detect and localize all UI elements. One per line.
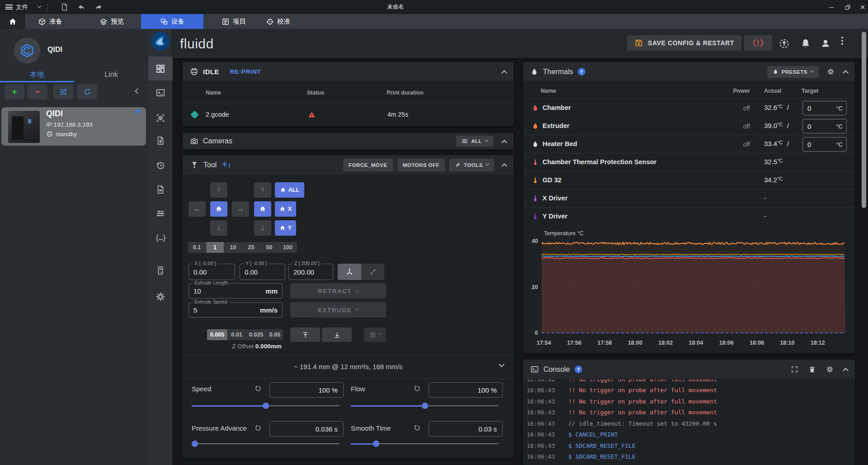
page-scrollbar[interactable]: [862, 32, 866, 208]
help-icon[interactable]: ?: [575, 365, 582, 373]
nav-tab-prepare[interactable]: 准备: [38, 14, 62, 29]
rail-gcode-preview[interactable]: [148, 108, 173, 128]
x-position-field[interactable]: X [ -0.00 ]0.00: [189, 264, 235, 280]
jog-x-minus[interactable]: ←: [189, 201, 206, 217]
jog-z-plus[interactable]: ↑: [254, 182, 271, 198]
zstep-0.025[interactable]: 0.025: [246, 329, 267, 340]
minimize-button[interactable]: ─: [825, 0, 838, 14]
gear-icon[interactable]: [827, 68, 835, 76]
close-button[interactable]: ✕: [856, 0, 868, 14]
rail-system[interactable]: [148, 261, 173, 280]
jog-y-plus[interactable]: ↑: [210, 182, 227, 198]
redo-icon[interactable]: [94, 3, 103, 12]
tab-local[interactable]: 本地: [0, 67, 74, 82]
collapse-panel-icon[interactable]: [843, 70, 849, 76]
zstep-0.005[interactable]: 0.005: [207, 329, 228, 340]
smooth-time-input[interactable]: 0.03 s: [429, 421, 503, 437]
fullscreen-icon[interactable]: [791, 365, 798, 373]
jog-y-minus[interactable]: ↓: [210, 220, 227, 236]
extrude-button[interactable]: EXTRUDE: [290, 302, 386, 318]
step-100[interactable]: 100: [278, 242, 297, 253]
zstep-0.01[interactable]: 0.01: [228, 329, 246, 340]
flow-slider[interactable]: [351, 403, 499, 409]
extrude-length-field[interactable]: Extrude Length 10 mm: [189, 283, 283, 299]
collapse-panel-icon[interactable]: [501, 139, 507, 145]
notifications-button[interactable]: [800, 38, 811, 49]
heater-bed-target-input[interactable]: 0°C: [802, 137, 847, 152]
trash-icon[interactable]: [808, 365, 816, 373]
collapse-panel-icon[interactable]: [501, 70, 507, 76]
collapse-panel-icon[interactable]: [501, 163, 507, 169]
speed-slider[interactable]: [192, 403, 340, 409]
reprint-button[interactable]: RE-PRINT: [230, 68, 261, 75]
gear-icon[interactable]: [826, 365, 834, 373]
user-button[interactable]: [820, 38, 831, 49]
rail-configure[interactable]: {…}: [148, 228, 173, 248]
updates-button[interactable]: [778, 38, 790, 49]
nav-tab-project[interactable]: 项目: [222, 14, 246, 29]
relative-mode-button[interactable]: [361, 264, 384, 280]
z-position-field[interactable]: Z [ 200.00 ]200.00: [288, 264, 333, 280]
zoffset-save-button[interactable]: [364, 327, 386, 342]
new-file-icon[interactable]: [60, 3, 69, 11]
zstep-0.05[interactable]: 0.05: [267, 329, 283, 340]
edit-printer-button[interactable]: [53, 84, 73, 100]
rail-dashboard[interactable]: [148, 57, 173, 81]
zoffset-down-button[interactable]: [322, 327, 352, 342]
reset-icon[interactable]: [414, 424, 421, 432]
printer-card[interactable]: QIDI IP:192.168.3.193 standby: [1, 107, 146, 146]
rail-console[interactable]: [148, 83, 173, 103]
rail-timelapse[interactable]: [148, 180, 173, 199]
rail-history[interactable]: [148, 156, 173, 176]
absolute-mode-button[interactable]: [338, 264, 361, 280]
save-config-restart-button[interactable]: SAVE CONFIG & RESTART: [627, 35, 741, 51]
fluidd-logo[interactable]: [151, 31, 170, 53]
camera-select-button[interactable]: ALL: [456, 136, 493, 147]
y-position-field[interactable]: Y [ -0.00 ]0.00: [240, 264, 285, 280]
home-y-button[interactable]: Y: [275, 220, 296, 236]
extruder-target-input[interactable]: 0°C: [802, 119, 847, 133]
home-all-button[interactable]: ALL: [275, 182, 304, 198]
rail-jobs[interactable]: [148, 131, 173, 151]
nav-tab-device[interactable]: 设备: [141, 14, 203, 29]
refresh-printers-button[interactable]: [77, 84, 97, 100]
file-menu[interactable]: 文件: [16, 3, 28, 11]
menu-icon[interactable]: [5, 5, 13, 9]
jog-z-minus[interactable]: ↓: [254, 220, 271, 236]
step-10[interactable]: 10: [224, 242, 242, 253]
step-25[interactable]: 25: [242, 242, 260, 253]
tools-menu-button[interactable]: TOOLS: [449, 159, 494, 171]
extrude-speed-field[interactable]: Extrude Speed 5 mm/s: [189, 302, 283, 318]
reset-icon[interactable]: [414, 385, 421, 392]
pressure-advance-input[interactable]: 0.036 s: [269, 421, 344, 437]
home-z-button[interactable]: [254, 201, 271, 217]
presets-button[interactable]: PRESETS: [767, 66, 819, 78]
remove-printer-button[interactable]: −: [28, 84, 47, 100]
restore-button[interactable]: [841, 0, 854, 14]
chamber-target-input[interactable]: 0°C: [802, 101, 847, 115]
home-x-button[interactable]: X: [275, 201, 296, 217]
console-log[interactable]: 16:06:42!! No trigger on probe after ful…: [523, 380, 855, 465]
flow-input[interactable]: 100 %: [429, 382, 503, 398]
step-0.1[interactable]: 0.1: [188, 242, 206, 253]
step-50[interactable]: 50: [260, 242, 278, 253]
motors-off-button[interactable]: MOTORS OFF: [397, 159, 445, 171]
force-move-button[interactable]: FORCE_MOVE: [343, 159, 393, 171]
step-1[interactable]: 1: [206, 242, 224, 253]
rail-settings[interactable]: [148, 287, 173, 307]
smooth-time-slider[interactable]: [351, 441, 499, 447]
zoffset-up-button[interactable]: [290, 327, 320, 342]
jog-x-plus[interactable]: →: [232, 201, 249, 217]
reset-icon[interactable]: [255, 385, 262, 392]
emergency-stop-button[interactable]: [744, 35, 772, 51]
kebab-menu[interactable]: [841, 37, 843, 38]
home-xy-button[interactable]: [210, 201, 227, 217]
rail-tune[interactable]: [148, 204, 173, 223]
job-row[interactable]: 2.gcode 4m 25s: [183, 104, 514, 126]
speed-input[interactable]: 100 %: [269, 382, 344, 398]
pressure-advance-slider[interactable]: [192, 441, 340, 447]
add-printer-button[interactable]: +: [5, 84, 24, 100]
chevron-down-icon[interactable]: [38, 4, 41, 7]
help-icon[interactable]: ?: [578, 68, 585, 76]
collapse-panel-icon[interactable]: [843, 368, 849, 374]
